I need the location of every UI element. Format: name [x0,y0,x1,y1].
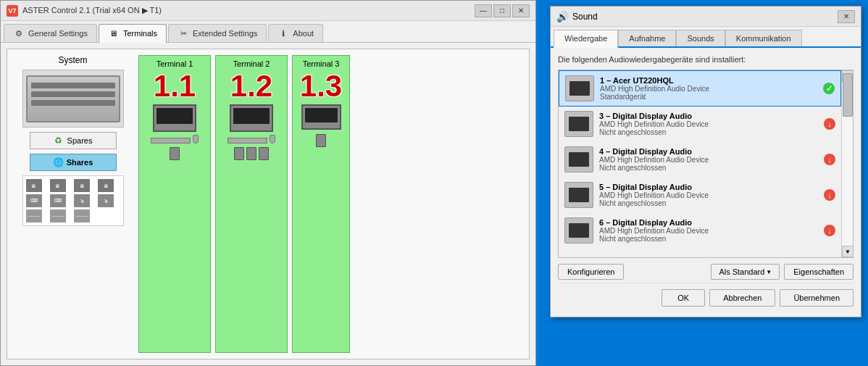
aster-maximize-button[interactable]: □ [493,4,511,17]
sound-footer: OK Abbrechen Übernehmen [558,283,854,309]
general-settings-icon: ⚙ [13,28,25,38]
device-name-1: 1 – Acer UT220HQL [600,76,817,85]
terminal-2-peripherals [228,135,275,144]
device-status-2: Nicht angeschlossen [599,128,818,136]
device-icon-11: ──── [74,209,90,222]
shares-button[interactable]: 🌐 Shares [30,154,117,171]
device-icon-6: ⌨ [50,194,66,207]
status-dot-4: ↓ [824,189,835,201]
aster-close-button[interactable]: ✕ [512,4,530,17]
device-thumb-2 [564,111,593,137]
sound-tab-sounds[interactable]: Sounds [676,30,725,46]
aster-content-area: System ♻ Spares 🌐 Shares 🖥 🖥 🖥 [1,43,535,365]
apply-button[interactable]: Übernehmen [780,289,854,307]
terminal-2-panel: Terminal 2 1.2 [215,55,288,353]
sound-tab-aufnahme[interactable]: Aufnahme [618,30,676,46]
terminal-1-monitor-row [153,104,196,132]
system-panel: System ♻ Spares 🌐 Shares 🖥 🖥 🖥 [13,55,133,353]
device-status-4: Nicht angeschlossen [599,199,818,207]
device-info-5: 6 – Digital Display Audio AMD High Defin… [599,218,818,243]
device-item-3[interactable]: 4 – Digital Display Audio AMD High Defin… [559,142,841,178]
terminal-3-number: 1.3 [300,71,342,101]
device-info-1: 1 – Acer UT220HQL AMD High Definition Au… [600,76,817,101]
dropdown-arrow-icon: ▼ [766,269,772,275]
terminal-2-keyboard [228,138,267,144]
device-driver-4: AMD High Definition Audio Device [599,191,818,199]
sound-tab-kommunikation[interactable]: Kommunikation [725,30,802,46]
tab-general-settings[interactable]: ⚙ General Settings [4,24,97,42]
scrollbar-track[interactable]: ▲ ▼ [841,70,853,257]
terminal-2-speaker-3 [259,147,269,160]
device-item-2[interactable]: 3 – Digital Display Audio AMD High Defin… [559,107,841,142]
tab-extended-settings[interactable]: ✂ Extended Settings [168,24,267,42]
terminal-3-monitor-row [301,104,341,130]
aster-titlebar: V7 ASTER Control 2.1 (Trial x64 ON ▶ T1)… [1,1,535,21]
terminal-2-speaker-1 [234,147,244,160]
terminal-1-monitor [153,104,196,132]
terminal-2-devices [220,104,283,160]
terminal-3-panel: Terminal 3 1.3 [292,55,350,353]
device-icon-4: 🖥 [98,179,114,192]
device-name-2: 3 – Digital Display Audio [599,112,818,120]
device-icon-8: 🖱 [98,194,114,207]
cancel-button[interactable]: Abbrechen [709,289,775,307]
sound-window: 🔊 Sound ✕ Wiedergabe Aufnahme Sounds Kom… [550,6,861,317]
spares-button[interactable]: ♻ Spares [30,132,117,149]
device-item-5[interactable]: 6 – Digital Display Audio AMD High Defin… [559,213,841,249]
device-driver-2: AMD High Definition Audio Device [599,120,818,128]
terminal-1-extra [170,147,180,160]
device-icon-empty [98,209,114,222]
titlebar-left: V7 ASTER Control 2.1 (Trial x64 ON ▶ T1) [7,5,162,17]
device-item-1[interactable]: 1 – Acer UT220HQL AMD High Definition Au… [559,70,841,107]
terminals-area: Terminal 1 1.1 [138,55,523,353]
scrollbar-down-button[interactable]: ▼ [842,246,854,257]
status-dot-1: ✓ [823,83,835,94]
device-driver-5: AMD High Definition Audio Device [599,227,818,235]
terminal-2-monitor-row [230,104,273,132]
device-list-container: 1 – Acer UT220HQL AMD High Definition Au… [558,70,854,258]
device-icon-5: ⌨ [26,194,42,207]
sound-app-icon: 🔊 [556,11,568,22]
tab-about[interactable]: ℹ About [268,24,323,42]
device-icon-1: 🖥 [26,179,42,192]
recycle-icon: ♻ [54,136,64,146]
aster-minimize-button[interactable]: — [475,4,492,17]
scrollbar-thumb[interactable] [843,73,853,117]
network-icon: 🌐 [53,157,63,167]
device-info-4: 5 – Digital Display Audio AMD High Defin… [599,183,818,207]
terminal-2-extra [234,147,269,160]
set-default-button[interactable]: Als Standard ▼ [711,264,780,280]
properties-button[interactable]: Eigenschaften [784,264,854,280]
device-icon-10: ──── [50,209,66,222]
terminal-3-screen [305,108,338,122]
device-icon-9: ──── [26,209,42,222]
device-icon-2: 🖥 [50,179,66,192]
terminal-3-label: Terminal 3 [303,59,340,68]
sound-tab-wiedergabe[interactable]: Wiedergabe [554,30,618,48]
ok-button[interactable]: OK [662,289,705,307]
terminal-3-speaker [316,134,326,147]
terminal-2-speaker-2 [246,147,256,160]
device-icon-3: 🖥 [74,179,90,192]
device-status-3: Nicht angeschlossen [599,164,818,172]
sound-close-button[interactable]: ✕ [838,10,855,23]
configure-button[interactable]: Konfigurieren [558,264,624,280]
terminal-3-extra [316,134,326,147]
server-graphic [26,75,120,122]
device-driver-1: AMD High Definition Audio Device [600,85,817,93]
terminal-2-monitor [230,104,273,132]
terminal-1-speaker [170,147,180,160]
sound-titlebar: 🔊 Sound ✕ [551,7,861,27]
terminal-1-devices [143,104,206,160]
about-icon: ℹ [277,28,289,38]
device-item-4[interactable]: 5 – Digital Display Audio AMD High Defin… [559,178,841,213]
extended-settings-icon: ✂ [178,28,189,38]
system-image [22,70,124,128]
terminal-1-keyboard [151,138,191,144]
tab-terminals[interactable]: 🖥 Terminals [99,24,167,43]
sound-action-buttons: Konfigurieren Als Standard ▼ Eigenschaft… [558,258,854,283]
device-info-3: 4 – Digital Display Audio AMD High Defin… [599,147,818,172]
terminal-2-screen [233,108,270,124]
status-dot-3: ↓ [824,154,835,165]
device-info-2: 3 – Digital Display Audio AMD High Defin… [599,112,818,136]
